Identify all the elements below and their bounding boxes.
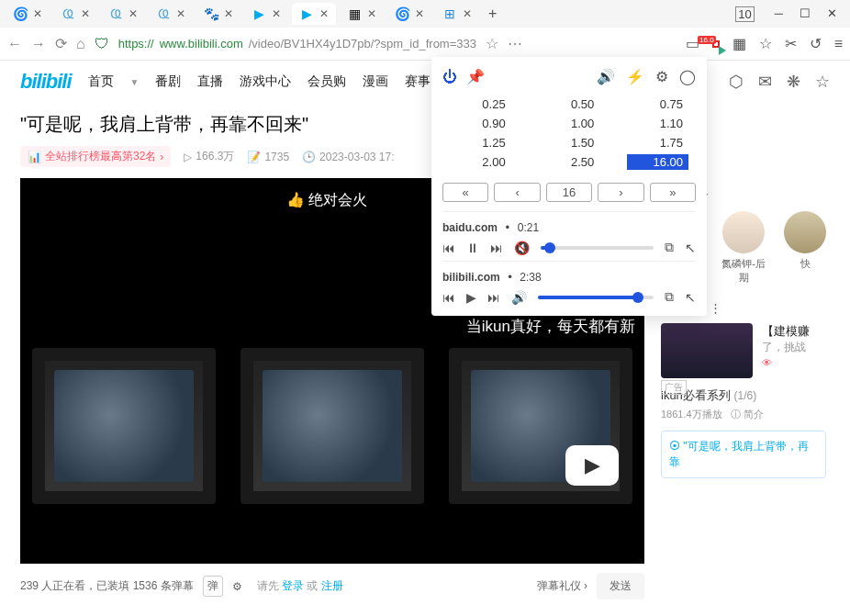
power-icon[interactable]: ⏻ <box>442 69 457 85</box>
cut-icon[interactable]: ✂ <box>785 35 797 52</box>
window-maximize-icon[interactable]: ☐ <box>800 6 811 22</box>
pip-icon[interactable]: ⧉ <box>665 289 674 305</box>
recommendation-item[interactable]: 广告 【建模赚了，挑战👁 <box>661 323 826 378</box>
login-link[interactable]: 登录 <box>282 579 304 592</box>
flower-icon[interactable]: ❋ <box>787 72 800 92</box>
nav-home[interactable]: 首页 <box>88 73 114 90</box>
register-link[interactable]: 注册 <box>321 579 343 592</box>
pointer-icon[interactable]: ↖ <box>685 290 696 305</box>
speed-option[interactable]: 1.75 <box>627 135 688 151</box>
close-icon[interactable]: ✕ <box>129 7 138 20</box>
prev-icon[interactable]: ⏮ <box>442 241 455 255</box>
inbox-icon[interactable]: ✉ <box>758 72 772 92</box>
close-icon[interactable]: ✕ <box>272 7 281 20</box>
speed-option[interactable]: 2.50 <box>539 154 600 170</box>
browser-tab[interactable]: ⊞✕ <box>435 3 479 25</box>
volume-icon[interactable]: 🔊 <box>511 290 527 305</box>
speed-option[interactable]: 0.75 <box>627 96 688 112</box>
back-button[interactable]: ← <box>7 36 22 52</box>
nav-live[interactable]: 直播 <box>197 73 223 90</box>
avatar-item[interactable]: 氮磷钾-后期 <box>721 211 766 285</box>
bolt-icon[interactable]: ⚡ <box>626 68 644 85</box>
speed-option[interactable]: 1.50 <box>539 135 600 151</box>
close-icon[interactable]: ✕ <box>367 7 376 20</box>
prev-icon[interactable]: ⏮ <box>442 290 455 305</box>
gear-icon[interactable]: ⚙ <box>655 68 668 85</box>
new-tab-button[interactable]: + <box>483 6 502 22</box>
window-minimize-icon[interactable]: ─ <box>775 6 783 22</box>
volume-slider[interactable] <box>541 246 654 250</box>
speed-forward-fast[interactable]: » <box>650 183 696 202</box>
browser-tab[interactable]: 🌀✕ <box>387 3 431 25</box>
avatar-item[interactable]: 快 <box>784 211 826 285</box>
more-icon[interactable]: ⋯ <box>508 35 522 52</box>
play-icon[interactable]: ▶ <box>466 290 476 305</box>
window-close-icon[interactable]: ✕ <box>827 6 837 22</box>
volume-slider[interactable] <box>538 296 654 299</box>
browser-tab[interactable]: ▦✕ <box>340 3 384 25</box>
danmu-settings-icon[interactable]: ⚙ <box>232 580 242 593</box>
close-icon[interactable]: ✕ <box>33 7 42 20</box>
pip-button[interactable]: ▶ <box>565 445 619 486</box>
history-icon[interactable]: ↺ <box>810 35 822 52</box>
speed-option-active[interactable]: 16.00 <box>627 154 688 170</box>
speed-option[interactable]: 1.10 <box>627 116 688 131</box>
browser-tab[interactable]: ▶✕ <box>244 3 288 25</box>
pause-icon[interactable]: ⏸ <box>466 241 479 255</box>
browser-tab-active[interactable]: ▶✕ <box>292 3 336 25</box>
volume-icon[interactable]: 🔊 <box>597 68 615 85</box>
speed-option[interactable]: 1.25 <box>450 135 511 151</box>
lyric-box[interactable]: ⦿ "可是呢，我肩上背带，再靠 <box>661 431 826 478</box>
browser-tab[interactable]: Ҩ✕ <box>101 3 145 25</box>
nav-comic[interactable]: 漫画 <box>363 73 388 90</box>
star-outline-icon[interactable]: ☆ <box>815 72 830 92</box>
speed-rewind[interactable]: ‹ <box>494 183 540 202</box>
apps-icon[interactable]: ▦ <box>733 35 746 52</box>
speed-option[interactable]: 2.00 <box>450 154 511 170</box>
speed-option[interactable]: 0.50 <box>539 96 600 112</box>
menu-icon[interactable]: ≡ <box>834 36 843 52</box>
bilibili-logo[interactable]: bilibili <box>20 70 72 94</box>
star-icon[interactable]: ☆ <box>759 35 772 52</box>
browser-tab[interactable]: 🌀✕ <box>6 3 50 25</box>
forward-button[interactable]: → <box>31 36 46 52</box>
send-button[interactable]: 发送 <box>597 573 644 599</box>
tag-icon[interactable]: ⬡ <box>729 72 744 92</box>
speed-forward[interactable]: › <box>598 183 643 202</box>
nav-game[interactable]: 游戏中心 <box>240 73 291 90</box>
nav-event[interactable]: 赛事 <box>405 73 431 90</box>
series-intro[interactable]: 简介 <box>744 409 764 420</box>
close-icon[interactable]: ✕ <box>224 7 233 20</box>
close-icon[interactable]: ✕ <box>81 7 90 20</box>
close-icon[interactable]: ✕ <box>319 7 329 20</box>
nav-vip[interactable]: 会员购 <box>308 73 346 90</box>
close-icon[interactable]: ✕ <box>415 7 424 20</box>
speed-option[interactable]: 0.25 <box>450 96 511 112</box>
danmu-toggle-icon[interactable]: 弹 <box>203 576 223 597</box>
browser-tab[interactable]: 🐾✕ <box>196 3 240 25</box>
pip-icon[interactable]: ⧉ <box>665 240 674 255</box>
bookmark-icon[interactable]: ☆ <box>486 35 498 52</box>
speed-rewind-fast[interactable]: « <box>442 183 488 202</box>
reload-button[interactable]: ⟳ <box>55 35 67 52</box>
close-icon[interactable]: ✕ <box>463 7 472 20</box>
next-icon[interactable]: ⏭ <box>487 290 500 305</box>
browser-tab[interactable]: Ҩ✕ <box>53 3 97 25</box>
github-icon[interactable]: ◯ <box>679 68 696 85</box>
url-input[interactable]: https://www.bilibili.com/video/BV1HX4y1D… <box>118 37 476 50</box>
extension-speed-button[interactable]: 16.0 <box>712 40 720 48</box>
rank-badge[interactable]: 📊 全站排行榜最高第32名 › <box>20 146 171 167</box>
speed-option[interactable]: 1.00 <box>539 116 600 131</box>
close-icon[interactable]: ✕ <box>176 7 185 20</box>
nav-anime[interactable]: 番剧 <box>155 73 181 90</box>
home-button[interactable]: ⌂ <box>76 36 85 52</box>
speed-option[interactable]: 0.90 <box>450 116 511 131</box>
next-icon[interactable]: ⏭ <box>490 241 503 255</box>
more-icon[interactable]: ⋮ <box>710 301 721 315</box>
danmu-gift[interactable]: 弹幕礼仪 › <box>537 578 587 594</box>
pointer-icon[interactable]: ↖ <box>685 241 696 255</box>
pin-icon[interactable]: 📌 <box>466 68 485 85</box>
mute-icon[interactable]: 🔇 <box>514 241 530 255</box>
danmu-input[interactable]: 请先 登录 或 注册 <box>257 578 528 594</box>
browser-tab[interactable]: Ҩ✕ <box>149 3 193 25</box>
